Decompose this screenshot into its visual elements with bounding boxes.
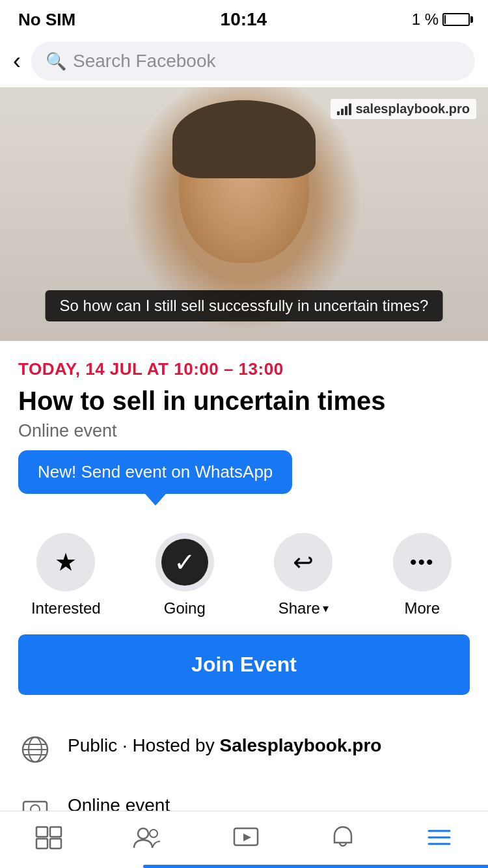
share-dropdown-icon: ▾ xyxy=(323,601,329,616)
join-button-wrap: Join Event xyxy=(0,623,488,713)
whatsapp-tooltip: New! Send event on WhatsApp xyxy=(18,450,292,506)
more-icon-circle: ••• xyxy=(393,533,452,591)
nav-friends[interactable] xyxy=(131,824,163,850)
detail-public: Public · Hosted by Salesplaybook.pro xyxy=(18,720,470,780)
more-label: More xyxy=(404,599,440,617)
check-icon: ✓ xyxy=(161,539,208,586)
interested-icon-circle: ★ xyxy=(36,533,95,591)
battery-percent: 1 % xyxy=(412,10,439,29)
event-type: Online event xyxy=(18,421,117,441)
watermark-bars-icon xyxy=(337,103,351,115)
carrier-label: No SIM xyxy=(18,10,75,30)
svg-marker-18 xyxy=(243,834,251,841)
share-button[interactable]: ↪ Share ▾ xyxy=(261,533,346,617)
nav-notifications[interactable] xyxy=(329,824,357,850)
search-bar: ‹ 🔍 Search Facebook xyxy=(0,35,488,87)
detail-public-text: Public · Hosted by Salesplaybook.pro xyxy=(68,733,381,758)
action-row: ★ Interested ✓ Going ↪ Share ▾ ••• More xyxy=(0,517,488,623)
svg-rect-14 xyxy=(50,839,61,848)
search-input-wrap[interactable]: 🔍 Search Facebook xyxy=(31,42,475,81)
battery-status: 1 % xyxy=(412,10,470,29)
interested-button[interactable]: ★ Interested xyxy=(23,533,108,617)
share-icon-circle: ↪ xyxy=(274,533,332,591)
globe-icon xyxy=(18,733,52,766)
search-input[interactable]: Search Facebook xyxy=(73,51,215,72)
battery-icon xyxy=(442,13,470,26)
back-button[interactable]: ‹ xyxy=(13,47,21,75)
status-bar: No SIM 10:14 1 % xyxy=(0,0,488,35)
interested-label: Interested xyxy=(31,599,101,617)
going-button[interactable]: ✓ Going xyxy=(142,533,227,617)
join-event-button[interactable]: Join Event xyxy=(18,634,470,695)
bottom-nav xyxy=(0,811,488,868)
nav-watch[interactable] xyxy=(232,824,260,850)
time-label: 10:14 xyxy=(221,9,267,30)
watermark-text: salesplaybook.pro xyxy=(355,102,470,116)
share-label: Share ▾ xyxy=(278,599,329,617)
tooltip-arrow xyxy=(145,494,166,506)
going-icon-circle: ✓ xyxy=(156,533,214,591)
event-title: How to sell in uncertain times xyxy=(18,386,470,416)
star-icon: ★ xyxy=(55,548,77,576)
share-icon: ↪ xyxy=(293,548,314,576)
tooltip-text: New! Send event on WhatsApp xyxy=(18,450,292,494)
event-date: TODAY, 14 JUL AT 10:00 – 13:00 xyxy=(18,359,470,379)
svg-rect-13 xyxy=(50,827,61,837)
svg-point-15 xyxy=(138,828,148,839)
nav-menu[interactable] xyxy=(425,824,454,850)
video-subtitle: So how can I still sell successfully in … xyxy=(46,290,443,321)
going-label: Going xyxy=(164,599,206,617)
event-info: TODAY, 14 JUL AT 10:00 – 13:00 How to se… xyxy=(0,341,488,517)
search-icon: 🔍 xyxy=(46,51,66,72)
video-thumbnail[interactable]: salesplaybook.pro So how can I still sel… xyxy=(0,87,488,341)
nav-feed[interactable] xyxy=(34,824,63,850)
svg-point-16 xyxy=(150,830,157,837)
more-dots-icon: ••• xyxy=(410,551,435,573)
video-watermark: salesplaybook.pro xyxy=(331,99,476,119)
svg-rect-12 xyxy=(36,839,47,848)
more-button[interactable]: ••• More xyxy=(380,533,465,617)
svg-rect-11 xyxy=(36,827,47,837)
